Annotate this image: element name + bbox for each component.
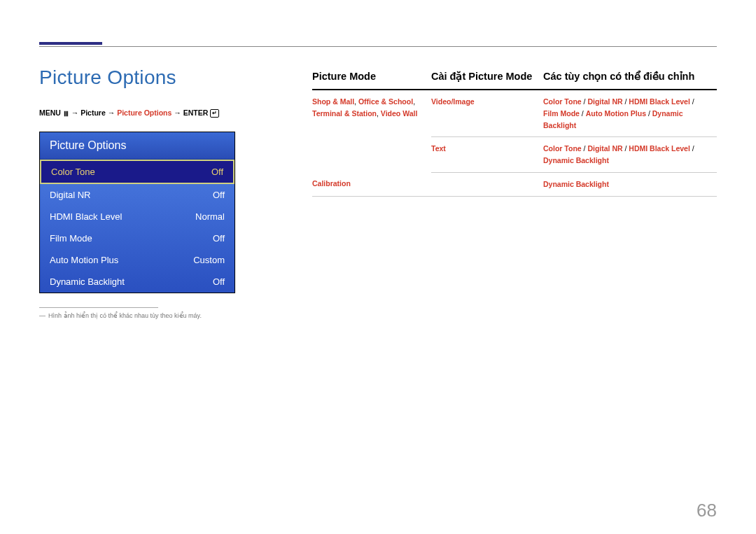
table-header-picture-mode: Picture Mode [312,66,431,90]
header-divider [39,46,717,47]
osd-menu-item[interactable]: Color ToneOff [40,160,234,184]
osd-menu-panel: Picture Options Color ToneOffDigital NRO… [39,132,235,293]
osd-menu-item-value: Normal [195,211,225,222]
text-part: Terminal & Station [312,109,377,118]
text-part: / [690,97,694,106]
page-title: Picture Options [39,66,270,89]
osd-menu-item-label: Auto Motion Plus [50,255,118,265]
menu-icon: Ⅲ [64,110,69,118]
osd-menu-item-value: Off [213,233,225,244]
osd-menu-item-label: Color Tone [51,167,95,177]
text-part: Shop & Mall [312,97,354,106]
text-part: HDMI Black Level [629,144,690,153]
osd-menu-item-value: Custom [193,255,225,265]
osd-menu-item-label: HDMI Black Level [50,211,122,222]
osd-menu-item[interactable]: Film ModeOff [40,227,234,249]
cell-mode-setting [431,172,543,196]
text-part: Video/Image [431,97,475,106]
cell-adjustable: Color Tone / Digital NR / HDMI Black Lev… [543,90,717,137]
cell-adjustable: Color Tone / Digital NR / HDMI Black Lev… [543,137,717,173]
osd-menu-item[interactable]: HDMI Black LevelNormal [40,206,234,227]
text-part: Film Mode [543,109,580,118]
text-part: Auto Motion Plus [586,109,646,118]
breadcrumb: MENU Ⅲ → Picture → Picture Options → ENT… [39,108,270,118]
text-part: Dynamic Backlight [543,156,609,164]
text-part: Calibration [312,179,351,188]
osd-menu-item-label: Dynamic Backlight [50,276,125,287]
text-part: / [646,109,652,118]
breadcrumb-picture-options: Picture Options [117,108,172,117]
table-header-setting: Cài đặt Picture Mode [431,66,543,90]
text-part: Color Tone [543,144,582,153]
osd-menu-item[interactable]: Auto Motion PlusCustom [40,249,234,271]
text-part: Text [431,144,446,153]
text-part: Digital NR [587,97,622,106]
table-row: CalibrationDynamic Backlight [312,172,717,196]
footnote-text: Hình ảnh hiển thị có thể khác nhau tùy t… [48,312,202,319]
cell-picture-mode: Shop & Mall, Office & School, Terminal &… [312,90,431,172]
breadcrumb-menu: MENU [39,108,61,117]
osd-menu-item-label: Film Mode [50,233,92,244]
text-part: Dynamic Backlight [543,180,609,188]
osd-menu-title: Picture Options [40,132,234,160]
text-part: Digital NR [587,144,622,153]
text-part: Color Tone [543,97,582,106]
text-part: Video Wall [381,109,418,118]
page-number: 68 [696,500,717,521]
options-table: Picture Mode Cài đặt Picture Mode Các tù… [312,66,717,197]
breadcrumb-enter: ENTER [183,108,209,117]
cell-picture-mode: Calibration [312,172,431,196]
footnote: ―Hình ảnh hiển thị có thể khác nhau tùy … [39,312,270,319]
osd-menu-item-value: Off [213,190,225,200]
breadcrumb-picture: Picture [80,108,106,117]
footnote-divider [39,307,158,308]
text-part: , [413,97,415,106]
osd-menu-item-value: Off [211,167,223,177]
osd-menu-body: Color ToneOffDigital NROffHDMI Black Lev… [40,160,234,293]
text-part: / [580,109,586,118]
table-header-adjustable: Các tùy chọn có thể điều chỉnh [543,66,717,90]
cell-mode-setting: Text [431,137,543,173]
cell-mode-setting: Video/Image [431,90,543,137]
text-part: / [690,144,694,153]
header-accent-bar [39,42,102,45]
osd-menu-item-value: Off [213,276,225,287]
text-part: Office & School [358,97,413,106]
osd-menu-item-label: Digital NR [50,190,91,200]
text-part: HDMI Black Level [629,97,690,106]
cell-adjustable: Dynamic Backlight [543,172,717,196]
enter-icon: ↵ [210,109,219,118]
osd-menu-item[interactable]: Digital NROff [40,184,234,206]
table-row: Shop & Mall, Office & School, Terminal &… [312,90,717,137]
osd-menu-item[interactable]: Dynamic BacklightOff [40,271,234,293]
